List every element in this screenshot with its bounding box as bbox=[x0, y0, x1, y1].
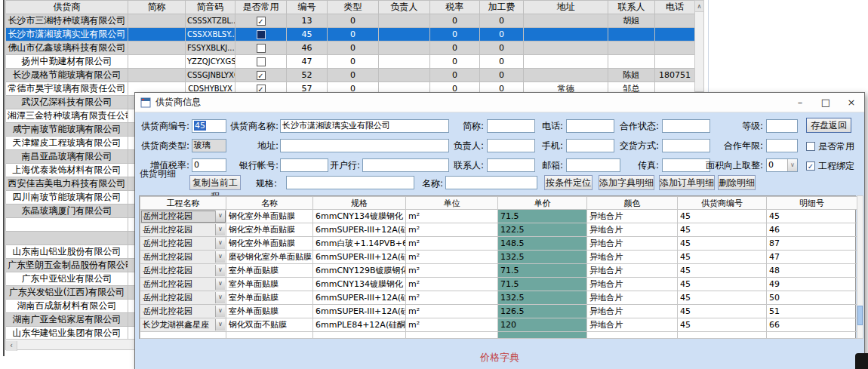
detail-cell-name[interactable]: 钢化室外单面贴膜 bbox=[226, 237, 313, 251]
detail-cell-color[interactable]: 异地合片 bbox=[587, 210, 678, 223]
scrollbar-thumb[interactable] bbox=[857, 306, 863, 325]
cell-manager[interactable] bbox=[379, 28, 430, 42]
col-contact[interactable]: 联系人 bbox=[608, 1, 655, 14]
detail-row[interactable]: 岳州北控花园∨室外单面贴膜6mmSUPER-III+12A(硅...m²132.… bbox=[140, 291, 857, 305]
cell-code[interactable]: CSSSXTZBL... bbox=[186, 14, 235, 28]
detail-cell-color[interactable]: 异地合片 bbox=[587, 237, 678, 251]
cell-supplier[interactable]: 长沙晟格节能玻璃有限公司 bbox=[6, 69, 128, 82]
delete-detail-button[interactable]: 删除明细 bbox=[718, 175, 756, 190]
col-code[interactable]: 简音码 bbox=[186, 1, 235, 14]
bank-account-field[interactable] bbox=[280, 158, 328, 172]
cell-address[interactable] bbox=[524, 42, 608, 55]
detail-cell-price[interactable]: 71.5 bbox=[498, 278, 587, 291]
cell-phone[interactable] bbox=[655, 14, 695, 28]
detail-cell-detail_id[interactable]: 49 bbox=[767, 278, 857, 291]
detail-cell-project[interactable]: 岳州北控花园∨ bbox=[140, 291, 226, 305]
cell-tax[interactable]: 0 bbox=[430, 69, 480, 82]
detail-cell-project[interactable]: 岳州北控花园∨ bbox=[140, 305, 226, 318]
detail-table-scrollbar[interactable] bbox=[857, 195, 863, 339]
dcol-name[interactable]: 名称 bbox=[226, 197, 313, 210]
cell-supplier[interactable]: 东晶玻璃厦门有限公司 bbox=[6, 204, 128, 218]
detail-cell-detail_id[interactable]: 66 bbox=[767, 318, 857, 332]
common-checkbox[interactable] bbox=[257, 57, 266, 66]
cell-supplier[interactable]: 山东南山铝业股份有限公司 bbox=[6, 245, 128, 259]
add-order-detail-button[interactable]: 添加订单明细 bbox=[659, 175, 715, 190]
cell-code[interactable]: CSSGJNBLYXGS bbox=[186, 69, 235, 82]
cell-phone[interactable] bbox=[655, 42, 695, 55]
detail-cell-supplier_id[interactable]: 45 bbox=[678, 291, 767, 305]
combo-dropdown-icon[interactable]: ∨ bbox=[215, 265, 225, 276]
combo-dropdown-icon[interactable]: ∨ bbox=[215, 224, 225, 235]
cell-id[interactable]: 52 bbox=[287, 69, 328, 82]
detail-cell-price[interactable]: 120 bbox=[498, 318, 587, 332]
add-dict-detail-button[interactable]: 添加字典明细 bbox=[599, 175, 654, 190]
supplier-row[interactable]: 佛山市亿鑫玻璃科技有限公司FSSYXBLKJ...46000 bbox=[6, 42, 695, 55]
cell-id[interactable]: 46 bbox=[287, 42, 328, 55]
detail-cell-detail_id[interactable]: 45 bbox=[767, 210, 857, 223]
detail-cell-project[interactable]: 岳州北控花园∨ bbox=[140, 237, 226, 251]
detail-cell-spec[interactable]: 6mmSUPER-III+12A(硅... bbox=[313, 291, 406, 305]
cell-type[interactable]: 0 bbox=[328, 28, 379, 42]
cell-tax[interactable]: 0 bbox=[430, 55, 480, 69]
detail-cell-name[interactable]: 室外单面贴膜 bbox=[226, 291, 313, 305]
cell-code[interactable]: CSSXXBLSY... bbox=[186, 28, 235, 42]
detail-cell-supplier_id[interactable]: 45 bbox=[678, 223, 767, 237]
cell-contact[interactable] bbox=[608, 28, 655, 42]
cell-common[interactable] bbox=[235, 28, 287, 42]
detail-cell-name[interactable]: 钢化双面不贴膜 bbox=[226, 318, 313, 332]
supplier-row[interactable]: 长沙市潇湘玻璃实业有限公司CSSXXBLSY...45000 bbox=[6, 28, 695, 42]
combo-dropdown-icon[interactable]: ∨ bbox=[215, 319, 225, 331]
cell-supplier[interactable]: 佛山市亿鑫玻璃科技有限公司 bbox=[6, 42, 128, 55]
detail-cell-unit[interactable]: m² bbox=[406, 305, 498, 318]
dialog-titlebar[interactable]: 供货商信息 – □ × bbox=[135, 93, 864, 112]
detail-cell-supplier_id[interactable]: 45 bbox=[678, 210, 767, 223]
detail-cell-unit[interactable]: m² bbox=[406, 264, 498, 278]
supplier-table-vscrollbar[interactable]: ∧ bbox=[694, 0, 704, 92]
detail-cell-color[interactable]: 异地合片 bbox=[587, 264, 678, 278]
detail-cell-name[interactable]: 室外单面贴膜 bbox=[226, 264, 313, 278]
cell-id[interactable]: 45 bbox=[287, 28, 328, 42]
cell-supplier[interactable]: 广东坚朗五金制品股份有限公司 bbox=[6, 259, 128, 272]
is-common-checkbox-group[interactable]: 是否常用 bbox=[806, 140, 854, 152]
combo-dropdown-icon[interactable]: ∨ bbox=[215, 211, 225, 222]
dcol-detail-id[interactable]: 明细号 bbox=[767, 197, 857, 210]
detail-cell-name[interactable]: 室外单面贴膜 bbox=[226, 278, 313, 291]
cell-id[interactable]: 13 bbox=[287, 14, 328, 28]
copy-project-button[interactable]: 复制当前工程 bbox=[189, 175, 241, 190]
dcol-color[interactable]: 颜色 bbox=[587, 197, 678, 210]
detail-cell-price[interactable]: 122.5 bbox=[498, 223, 587, 237]
detail-cell-color[interactable]: 异地合片 bbox=[587, 291, 678, 305]
dcol-spec[interactable]: 规格 bbox=[313, 197, 406, 210]
project-bind-checkbox-group[interactable]: ✓ 工程绑定 bbox=[806, 160, 854, 172]
cell-supplier[interactable]: 湘潭三金特种玻璃有限责任公司 bbox=[6, 109, 128, 123]
col-tax[interactable]: 税率 bbox=[430, 1, 480, 14]
dcol-supplier-id[interactable]: 供货商编号 bbox=[678, 197, 767, 210]
cell-supplier[interactable]: 四川南玻节能玻璃有限公司 bbox=[6, 191, 128, 204]
detail-cell-unit[interactable]: m² bbox=[406, 318, 498, 332]
cell-id[interactable]: 47 bbox=[287, 55, 328, 69]
cell-supplier[interactable]: 武汉亿深科技有限公司 bbox=[6, 96, 128, 109]
detail-cell-price[interactable]: 148.5 bbox=[498, 237, 587, 251]
common-checkbox[interactable] bbox=[257, 44, 266, 53]
col-short-name[interactable]: 简称 bbox=[128, 1, 186, 14]
detail-cell-project[interactable]: 岳州北控花园∨ bbox=[140, 278, 226, 291]
area-round-up-select[interactable]: 0 ∨ bbox=[766, 158, 798, 172]
cell-supplier[interactable]: 上海优泰装饰材料有限公司 bbox=[6, 164, 128, 177]
grade-field[interactable] bbox=[766, 119, 798, 133]
cell-contact[interactable] bbox=[608, 55, 655, 69]
cell-common[interactable]: ✓ bbox=[235, 14, 287, 28]
cell-phone[interactable] bbox=[655, 55, 695, 69]
detail-cell-color[interactable]: 异地合片 bbox=[587, 305, 678, 318]
detail-cell-project[interactable]: 岳州北控花园∨ bbox=[140, 210, 226, 223]
mobile-field[interactable] bbox=[566, 139, 614, 152]
detail-cell-unit[interactable]: m² bbox=[406, 251, 498, 264]
detail-cell-unit[interactable]: m² bbox=[406, 237, 498, 251]
cell-short_name[interactable] bbox=[128, 69, 186, 82]
col-type[interactable]: 类型 bbox=[328, 1, 379, 14]
detail-row[interactable]: 岳州北控花园∨室外单面贴膜6mmCNY129B镀膜钢化m²71.5异地合片454… bbox=[140, 264, 857, 278]
detail-cell-spec[interactable]: 6mmSUPER-III+12A(硅... bbox=[313, 305, 406, 318]
cell-fee[interactable]: 0 bbox=[480, 55, 524, 69]
detail-cell-name[interactable]: 磨砂钢化室外单面贴膜 bbox=[226, 251, 313, 264]
cell-common[interactable]: ✓ bbox=[235, 69, 287, 82]
detail-cell-detail_id[interactable]: 48 bbox=[767, 264, 857, 278]
